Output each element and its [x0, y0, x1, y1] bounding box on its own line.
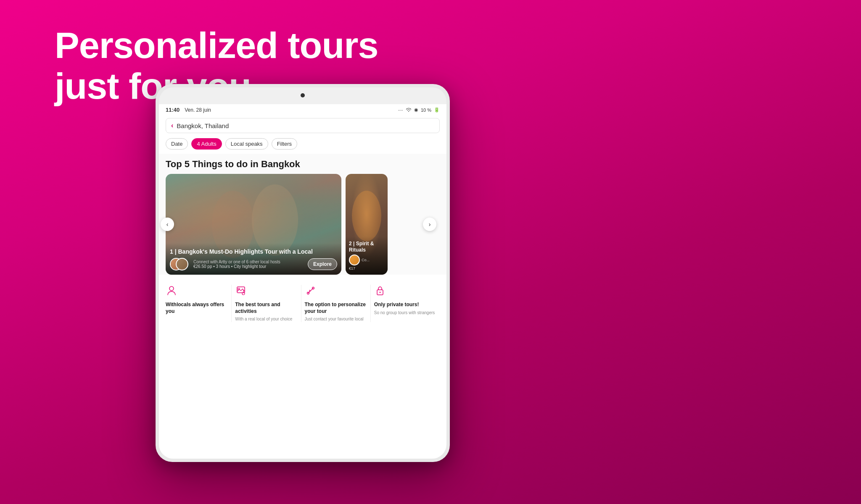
card-overlay-2: 2 | Spirit & Rituals Co... €17	[346, 236, 388, 275]
feature-title-1: The best tours and activities	[235, 302, 297, 315]
withlocals-icon	[166, 285, 228, 299]
feature-title-0: Withlocals always offers you	[166, 302, 228, 315]
filter-row: Date 4 Adults Local speaks Filters	[159, 136, 446, 154]
feature-tours: The best tours and activities With a rea…	[232, 285, 301, 322]
svg-point-3	[352, 191, 381, 241]
card-footer-1: Connect with Artty or one of 6 other loc…	[170, 258, 337, 270]
screen: 11:40 Ven. 28 juin ···· ◉ 10 % 🔋	[159, 104, 446, 459]
carousel-track: 1 | Bangkok's Must-Do Highlights Tour wi…	[166, 174, 440, 275]
filter-date[interactable]: Date	[166, 138, 188, 150]
tour-card-1[interactable]: 1 | Bangkok's Must-Do Highlights Tour wi…	[166, 174, 341, 275]
main-content: Top 5 Things to do in Bangkok	[159, 154, 446, 275]
filter-adults[interactable]: 4 Adults	[191, 138, 222, 150]
battery-icon: 🔋	[434, 107, 440, 113]
card-footer-2: Co...	[349, 255, 384, 265]
status-time: 11:40	[166, 107, 180, 113]
feature-private: Only private tours! So no group tours wi…	[371, 285, 440, 322]
carousel-prev-button[interactable]: ‹	[161, 218, 174, 231]
hero-line1: Personalized tours	[55, 25, 378, 66]
tour-card-2[interactable]: 2 | Spirit & Rituals Co... €17	[346, 174, 388, 275]
tablet-device: 11:40 Ven. 28 juin ···· ◉ 10 % 🔋	[156, 84, 450, 462]
avatar-group	[170, 258, 185, 270]
back-arrow-icon[interactable]: ‹	[171, 122, 173, 129]
search-bar[interactable]: ‹ Bangkok, Thailand	[166, 118, 440, 133]
location-icon: ◉	[414, 107, 418, 113]
wifi-icon	[406, 108, 412, 113]
status-date: Ven. 28 juin	[185, 107, 211, 113]
filter-local-speaks[interactable]: Local speaks	[225, 138, 268, 150]
feature-title-2: The option to personalize your tour	[305, 302, 367, 315]
feature-desc-3: So no group tours with strangers	[374, 310, 436, 316]
svg-point-11	[379, 292, 380, 293]
svg-point-4	[169, 286, 174, 291]
card-title-2: 2 | Spirit & Rituals	[349, 241, 384, 253]
card-info-1: Connect with Artty or one of 6 other loc…	[193, 260, 305, 269]
card-price-2: €17	[349, 266, 384, 270]
feature-desc-2: Just contact your favourite local	[305, 316, 367, 322]
search-input[interactable]: Bangkok, Thailand	[177, 122, 229, 129]
signal-icon: ····	[398, 108, 403, 113]
feature-title-3: Only private tours!	[374, 302, 436, 308]
features-bar: Withlocals always offers you The best to…	[159, 279, 446, 322]
personalize-icon	[305, 285, 367, 299]
tablet-inner: 11:40 Ven. 28 juin ···· ◉ 10 % 🔋	[159, 87, 446, 459]
card-connect-text: Connect with Artty or one of 6 other loc…	[193, 260, 305, 264]
carousel-next-button[interactable]: ›	[423, 218, 436, 231]
battery-text: 10 %	[421, 108, 431, 113]
private-icon	[374, 285, 436, 299]
section-title: Top 5 Things to do in Bangkok	[166, 154, 440, 174]
card-title-1: 1 | Bangkok's Must-Do Highlights Tour wi…	[170, 248, 337, 255]
status-right: ···· ◉ 10 % 🔋	[398, 107, 440, 113]
card-overlay-1: 1 | Bangkok's Must-Do Highlights Tour wi…	[166, 243, 341, 275]
camera-dot	[301, 93, 305, 97]
filter-filters[interactable]: Filters	[272, 138, 297, 150]
feature-withlocals: Withlocals always offers you	[166, 285, 232, 322]
avatar-2	[176, 258, 188, 270]
feature-desc-1: With a real local of your choice	[235, 316, 297, 322]
feature-personalize: The option to personalize your tour Just…	[301, 285, 371, 322]
card-details: €26.50 pp • 3 hours • City highlight tou…	[193, 264, 305, 269]
card-carousel: 1 | Bangkok's Must-Do Highlights Tour wi…	[166, 174, 440, 275]
status-bar: 11:40 Ven. 28 juin ···· ◉ 10 % 🔋	[159, 104, 446, 116]
avatar-3	[349, 255, 360, 265]
explore-button[interactable]: Explore	[308, 258, 337, 270]
tours-icon	[235, 285, 297, 299]
card-connect-2: Co...	[362, 258, 370, 262]
